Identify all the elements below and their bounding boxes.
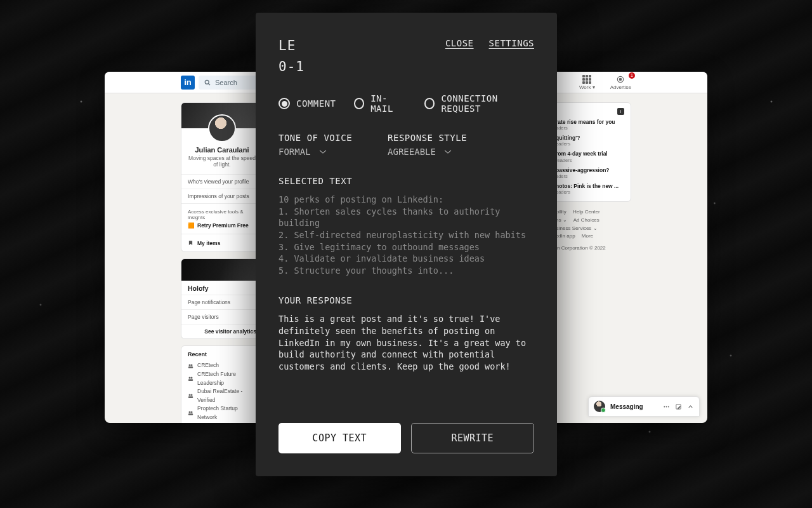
avatar (594, 401, 605, 412)
settings-button[interactable]: SETTINGS (489, 38, 534, 48)
news-item[interactable]: quitting'?eaders (556, 135, 624, 147)
news-title: passive-aggression? (556, 167, 624, 173)
news-sub: aders (556, 173, 624, 179)
radio-comment[interactable]: COMMENT (278, 93, 336, 114)
radio-inmail[interactable]: IN-MAIL (354, 93, 407, 114)
news-title: hotos: Pink is the new ... (556, 183, 624, 189)
news-sub: eaders (556, 189, 624, 195)
news-item[interactable]: rate rise means for youaders (556, 119, 624, 131)
svg-point-23 (666, 406, 667, 407)
svg-point-0 (205, 80, 209, 84)
search-icon (204, 79, 211, 86)
tone-select[interactable]: TONE OF VOICE FORMAL (278, 133, 352, 157)
svg-line-1 (209, 83, 211, 85)
list-item-label: CREtech Future Leadership (197, 370, 256, 387)
premium-icon: 🟧 (188, 222, 195, 229)
list-item[interactable]: CREtech (188, 361, 256, 370)
style-select[interactable]: RESPONSE STYLE AGREEABLE (388, 133, 467, 157)
radio-connection-request[interactable]: CONNECTION REQUEST (424, 93, 534, 114)
list-item-label: Dubai RealEstate - Verified (197, 387, 256, 404)
radio-icon (424, 98, 435, 109)
news-item[interactable]: hotos: Pink is the new ...eaders (556, 183, 624, 195)
svg-point-11 (191, 394, 193, 396)
svg-rect-15 (188, 414, 193, 416)
premium-tagline: Access exclusive tools & insights (188, 209, 256, 220)
linkedin-logo[interactable]: in (181, 76, 195, 90)
visitor-analytics-link[interactable]: See visitor analytics (181, 324, 263, 338)
svg-point-5 (191, 364, 193, 366)
extension-panel: LE 0-1 CLOSE SETTINGS COMMENT IN-MAIL CO… (256, 13, 557, 476)
list-item[interactable]: Fintech X Proptech X Heal (188, 422, 256, 423)
list-item[interactable]: Dubai RealEstate - Verified (188, 387, 256, 404)
footer-link[interactable]: More (582, 233, 593, 239)
nav-advertise[interactable]: 1 Advertise (610, 75, 631, 90)
svg-rect-9 (188, 379, 193, 381)
profile-card: Julian Caraulani Moving spaces at the sp… (181, 102, 263, 252)
info-icon[interactable]: i (617, 108, 624, 115)
profile-name[interactable]: Julian Caraulani (187, 146, 258, 154)
premium-retry: 🟧 Retry Premium Free (188, 222, 256, 229)
panel-buttons: COPY TEXT REWRITE (278, 423, 534, 453)
svg-point-22 (664, 406, 665, 407)
nav-work[interactable]: Work ▾ (579, 75, 595, 90)
footer-link[interactable]: Help Center (573, 209, 600, 215)
footer-link[interactable]: Ad Choices (573, 217, 599, 223)
svg-rect-12 (188, 397, 193, 399)
news-title: rate rise means for you (556, 119, 624, 125)
messaging-controls (663, 403, 694, 410)
svg-point-8 (191, 377, 193, 379)
radio-label: CONNECTION REQUEST (441, 93, 534, 114)
tone-label: TONE OF VOICE (278, 133, 352, 143)
target-icon (616, 75, 625, 84)
svg-point-4 (189, 364, 191, 366)
footer-link[interactable]: Business Services ⌄ (550, 225, 598, 231)
recent-title: Recent (188, 351, 256, 358)
close-button[interactable]: CLOSE (445, 38, 474, 48)
my-items[interactable]: My items (181, 234, 263, 251)
rewrite-button[interactable]: REWRITE (411, 423, 535, 453)
style-value: AGREEABLE (388, 147, 467, 157)
chevron-up-icon[interactable] (687, 403, 694, 410)
list-item-label: Proptech Startup Network (197, 404, 256, 422)
news-card: i rate rise means for youaders quitting'… (549, 102, 631, 202)
holofy-notifications[interactable]: Page notifications (181, 295, 263, 309)
brand-logo: LE 0-1 (278, 36, 304, 77)
brand-line2: 0-1 (278, 57, 304, 77)
profile-stat-views[interactable]: Who's viewed your profile (181, 174, 263, 189)
style-value-text: AGREEABLE (388, 147, 436, 157)
holofy-visitors[interactable]: Page visitors (181, 309, 263, 324)
panel-selects: TONE OF VOICE FORMAL RESPONSE STYLE AGRE… (278, 133, 534, 157)
premium-block[interactable]: Access exclusive tools & insights 🟧 Retr… (181, 203, 263, 234)
avatar[interactable] (208, 114, 236, 142)
news-item[interactable]: rom 4-day week trialreaders (556, 150, 624, 163)
list-item-label: Fintech X Proptech X Heal (197, 422, 256, 423)
news-title: rom 4-day week trial (556, 150, 624, 157)
chevron-down-icon (318, 149, 327, 154)
list-item[interactable]: Proptech Startup Network (188, 404, 256, 422)
tone-value: FORMAL (278, 147, 352, 157)
footer-links: ssibility Help Center erms ⌄ Ad Choices … (549, 208, 631, 253)
footer-copyright: edIn Corporation © 2022 (550, 244, 631, 253)
group-icon (188, 376, 193, 382)
profile-tagline: Moving spaces at the speed of light. (187, 155, 258, 168)
messaging-bar[interactable]: Messaging (588, 396, 700, 417)
holofy-banner (181, 259, 263, 281)
news-item[interactable]: passive-aggression?aders (556, 167, 624, 179)
list-item[interactable]: CREtech Future Leadership (188, 370, 256, 387)
radio-icon (354, 98, 365, 109)
my-items-label: My items (197, 240, 220, 246)
more-icon[interactable] (663, 403, 670, 410)
svg-point-3 (620, 78, 622, 81)
compose-icon[interactable] (675, 403, 682, 410)
news-sub: aders (556, 125, 624, 131)
nav-work-label: Work ▾ (579, 84, 595, 90)
your-response-content: This is a great post and it's so true! I… (278, 313, 534, 372)
chevron-down-icon (443, 149, 452, 154)
style-label: RESPONSE STYLE (388, 133, 467, 143)
holofy-title[interactable]: Holofy (188, 284, 256, 292)
svg-point-13 (189, 411, 191, 413)
profile-stat-impressions[interactable]: Impressions of your posts (181, 189, 263, 203)
svg-point-10 (189, 394, 191, 396)
list-item-label: CREtech (197, 361, 219, 370)
copy-text-button[interactable]: COPY TEXT (278, 423, 401, 453)
